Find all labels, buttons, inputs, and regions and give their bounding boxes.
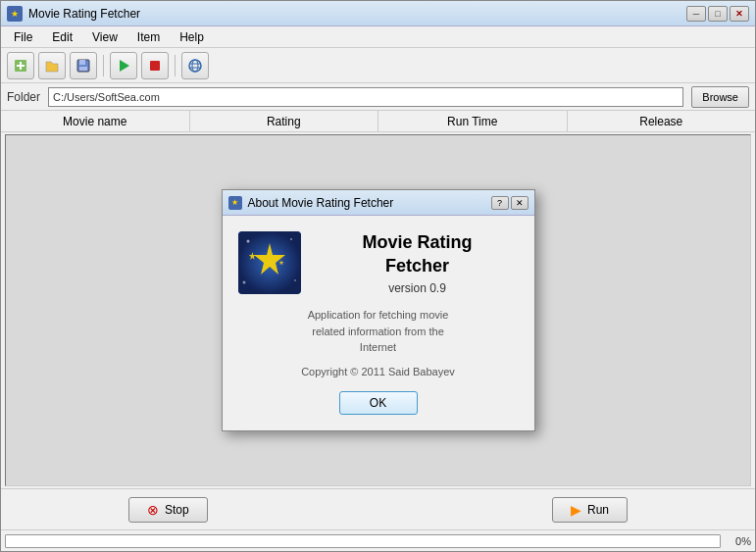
svg-point-17 — [290, 238, 292, 240]
play-button[interactable] — [110, 52, 137, 79]
menu-help[interactable]: Help — [171, 27, 213, 47]
web-button[interactable] — [181, 52, 209, 79]
dialog-app-name-line2: Fetcher — [317, 255, 519, 277]
progress-bar-container — [5, 534, 721, 548]
dialog-app-name-line1: Movie Rating — [317, 231, 519, 254]
dialog-title-bar: ★ About Movie Rating Fetcher ? ✕ — [223, 190, 534, 216]
save-button[interactable] — [70, 52, 97, 79]
toolbar — [1, 48, 755, 83]
title-bar: ★ Movie Rating Fetcher ─ □ ✕ — [1, 1, 755, 26]
content-area: ★ About Movie Rating Fetcher ? ✕ — [5, 134, 751, 486]
stop-label: Stop — [165, 503, 189, 517]
svg-point-18 — [294, 279, 296, 281]
menu-item[interactable]: Item — [128, 27, 169, 47]
stop-button[interactable] — [141, 52, 169, 79]
run-label: Run — [587, 503, 609, 517]
col-release: Release — [568, 111, 756, 131]
col-movie-name: Movie name — [1, 111, 190, 131]
dialog-info: Movie Rating Fetcher version 0.9 — [317, 231, 519, 295]
menu-file[interactable]: File — [5, 27, 41, 47]
folder-path-input[interactable] — [48, 87, 683, 107]
separator-2 — [175, 55, 176, 76]
svg-point-8 — [189, 60, 201, 72]
svg-rect-7 — [150, 61, 160, 71]
run-action-button[interactable]: ▶ Run — [552, 497, 628, 523]
table-header: Movie name Rating Run Time Release — [1, 111, 755, 132]
dialog-version: version 0.9 — [317, 281, 519, 295]
open-button[interactable] — [38, 52, 66, 79]
svg-marker-6 — [120, 60, 129, 72]
dialog-body: Movie Rating Fetcher version 0.9 Applica… — [223, 216, 534, 429]
menu-edit[interactable]: Edit — [43, 27, 81, 47]
svg-point-16 — [246, 240, 249, 243]
folder-bar: Folder Browse — [1, 83, 755, 111]
dialog-description: Application for fetching movierelated in… — [308, 307, 449, 356]
col-run-time: Run Time — [378, 111, 568, 131]
stop-action-button[interactable]: ⊗ Stop — [128, 497, 208, 523]
menu-bar: File Edit View Item Help — [1, 26, 755, 48]
modal-overlay: ★ About Movie Rating Fetcher ? ✕ — [6, 135, 750, 485]
dialog-help-button[interactable]: ? — [491, 196, 509, 210]
maximize-button[interactable]: □ — [708, 6, 728, 22]
progress-label: 0% — [727, 535, 751, 547]
col-rating: Rating — [190, 111, 379, 131]
dialog-copyright: Copyright © 2011 Said Babayev — [301, 366, 455, 377]
dialog-close-button[interactable]: ✕ — [511, 196, 529, 210]
close-button[interactable]: ✕ — [730, 6, 749, 22]
menu-view[interactable]: View — [83, 27, 126, 47]
run-icon: ▶ — [571, 502, 581, 518]
minimize-button[interactable]: ─ — [686, 6, 706, 22]
stop-icon: ⊗ — [147, 502, 159, 518]
dialog-ok-button[interactable]: OK — [339, 391, 418, 415]
about-dialog: ★ About Movie Rating Fetcher ? ✕ — [222, 189, 535, 430]
main-window: ★ Movie Rating Fetcher ─ □ ✕ File Edit V… — [0, 0, 756, 552]
svg-point-9 — [192, 60, 198, 72]
separator-1 — [103, 55, 104, 76]
window-title: Movie Rating Fetcher — [28, 7, 140, 21]
dialog-app-icon-small: ★ — [228, 196, 242, 210]
add-button[interactable] — [7, 52, 34, 79]
dialog-app-icon-large — [238, 231, 301, 294]
dialog-title-text: About Movie Rating Fetcher — [248, 196, 394, 210]
bottom-bar: ⊗ Stop ▶ Run — [1, 488, 755, 529]
svg-rect-4 — [79, 60, 85, 65]
svg-rect-5 — [79, 67, 87, 71]
app-icon: ★ — [7, 6, 23, 22]
folder-label: Folder — [7, 90, 40, 104]
svg-point-19 — [242, 281, 245, 284]
browse-button[interactable]: Browse — [691, 86, 749, 108]
progress-area: 0% — [1, 529, 755, 551]
